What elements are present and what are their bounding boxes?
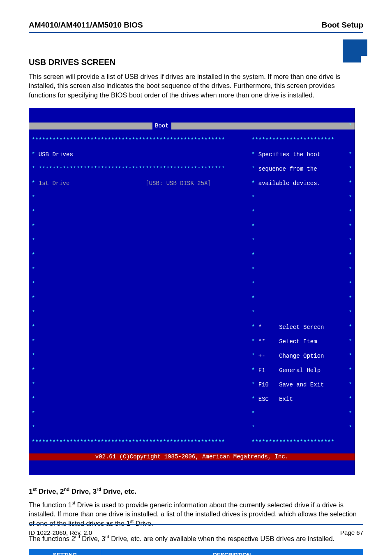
th-setting: SETTING	[29, 549, 101, 555]
footer-page-number: Page 67	[340, 529, 363, 536]
footer-doc-id: ID 1022-2060, Rev. 2.0	[29, 529, 92, 536]
settings-table: SETTING DESCRIPTION Not Installed When d…	[29, 549, 363, 555]
intro-paragraph: This screen will provide a list of USB d…	[29, 72, 363, 99]
footer-rule	[29, 524, 363, 525]
bios-tab-boot: Boot	[152, 123, 171, 130]
subheading: 1st Drive, 2nd Drive, 3rd Drive, etc.	[29, 487, 363, 496]
bios-footer: v02.61 (C)Copyright 1985-2006, American …	[29, 453, 355, 461]
th-description: DESCRIPTION	[101, 549, 363, 555]
header-section: Boot Setup	[322, 21, 363, 30]
bios-tabbar: Boot*	[29, 123, 355, 130]
header-product: AM4010/AM4011/AM5010 BIOS	[29, 21, 143, 30]
header-rule	[29, 32, 363, 33]
section-title: USB DRIVES SCREEN	[29, 58, 363, 67]
paragraph-1: The function 1st Drive is used to provid…	[29, 500, 363, 528]
bios-screenshot: Boot* **********************************…	[29, 108, 355, 476]
brand-logo	[343, 39, 367, 62]
